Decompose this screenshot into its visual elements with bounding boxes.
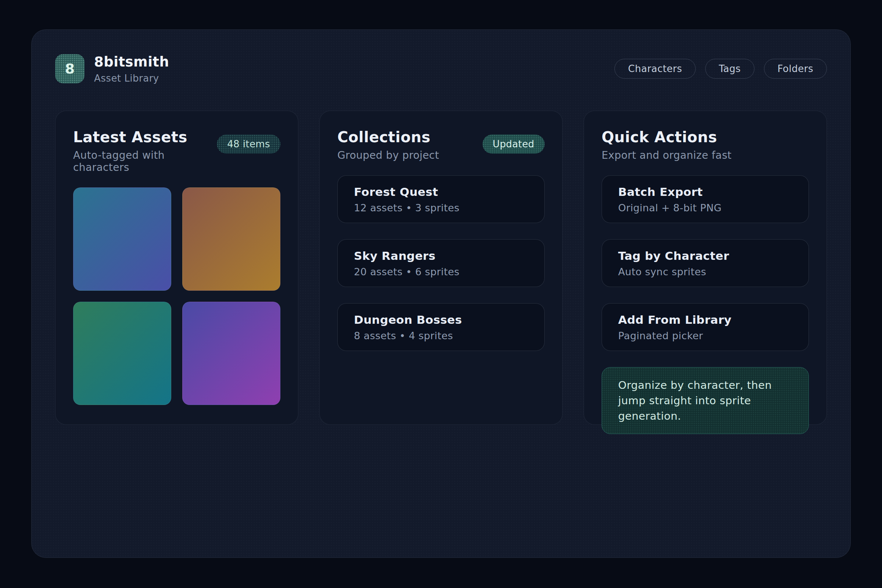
- panel-latest-assets: Latest Assets Auto-tagged with character…: [55, 111, 298, 425]
- panels-row: Latest Assets Auto-tagged with character…: [55, 111, 827, 425]
- asset-thumb-rust-amber[interactable]: [182, 188, 280, 291]
- action-batch-export[interactable]: Batch Export Original + 8-bit PNG: [602, 175, 809, 223]
- app-window: 8 8bitsmith Asset Library Characters Tag…: [31, 29, 851, 558]
- collections-title: Collections: [338, 129, 439, 146]
- app-logo-icon: 8: [55, 54, 84, 83]
- brand: 8 8bitsmith Asset Library: [55, 54, 169, 84]
- latest-assets-subtitle: Auto-tagged with characters: [73, 149, 217, 174]
- asset-thumb-teal-indigo[interactable]: [73, 188, 171, 291]
- asset-thumb-green-teal[interactable]: [73, 302, 171, 405]
- nav-tags-button[interactable]: Tags: [705, 59, 754, 79]
- items-count-badge: 48 items: [217, 135, 280, 154]
- action-add-from-library[interactable]: Add From Library Paginated picker: [602, 303, 809, 351]
- quick-actions-list: Batch Export Original + 8-bit PNG Tag by…: [602, 175, 809, 351]
- asset-thumb-indigo-purple[interactable]: [182, 302, 280, 405]
- updated-status-badge: Updated: [483, 135, 544, 154]
- nav-characters-button[interactable]: Characters: [615, 59, 696, 79]
- header: 8 8bitsmith Asset Library Characters Tag…: [55, 54, 827, 84]
- quick-actions-subtitle: Export and organize fast: [602, 149, 732, 161]
- action-tag-by-character[interactable]: Tag by Character Auto sync sprites: [602, 239, 809, 287]
- panel-quick-actions: Quick Actions Export and organize fast B…: [584, 111, 827, 425]
- collection-item-forest-quest[interactable]: Forest Quest 12 assets • 3 sprites: [338, 175, 544, 223]
- nav-folders-button[interactable]: Folders: [764, 59, 827, 79]
- collections-subtitle: Grouped by project: [338, 149, 439, 161]
- quick-actions-title: Quick Actions: [602, 129, 732, 146]
- app-subtitle: Asset Library: [94, 73, 169, 84]
- collection-item-dungeon-bosses[interactable]: Dungeon Bosses 8 assets • 4 sprites: [338, 303, 544, 351]
- top-nav: Characters Tags Folders: [615, 59, 827, 79]
- latest-assets-title: Latest Assets: [73, 129, 217, 146]
- collections-list: Forest Quest 12 assets • 3 sprites Sky R…: [338, 175, 544, 351]
- asset-thumbnail-grid: [73, 188, 280, 405]
- panel-collections: Collections Grouped by project Updated F…: [320, 111, 562, 425]
- tip-note: Organize by character, then jump straigh…: [602, 367, 809, 434]
- app-title: 8bitsmith: [94, 54, 169, 70]
- collection-item-sky-rangers[interactable]: Sky Rangers 20 assets • 6 sprites: [338, 239, 544, 287]
